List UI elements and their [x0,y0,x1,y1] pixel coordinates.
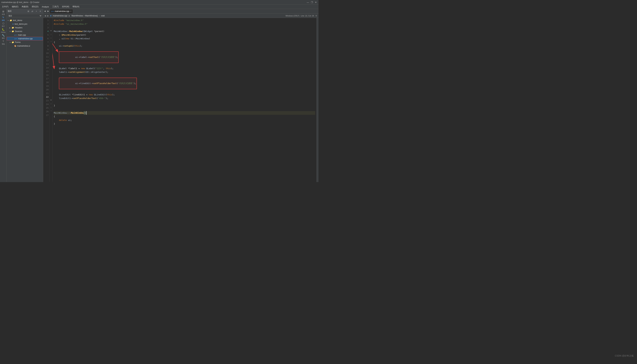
menu-edit[interactable]: 编辑(E) [10,5,20,8]
menu-controls[interactable]: 控件(W) [61,5,70,8]
minimize-button[interactable]: — [306,1,309,4]
fold-space [50,62,52,65]
function-selector[interactable]: MainWindow::~MainWindow() → void [72,14,105,17]
highlighted-code-line10: ui->label->setText("代码方式调用"); [59,52,118,63]
cpp-icon: c++ [14,34,17,36]
sidebar-icons: ⊞ 欢迎 ✎ 编辑 ⬡ 设计 🐛 Debug 🔧 项目 ? 帮助 [0,9,7,182]
fold-space [50,58,52,62]
menu-file[interactable]: 文件(F) [1,5,10,8]
code-line-17: QLineEdit *lineEdit1 = new QLineEdit(thi… [54,93,315,96]
sidebar-help-label: 帮助 [2,43,5,45]
tree-item-main-cpp[interactable]: c++ main.cpp [7,33,43,37]
tab-nav-right[interactable]: ▶ [46,9,50,14]
tree-item-forms[interactable]: ▼ 📁 Forms [7,40,43,44]
line-num: 8 [43,44,48,48]
code-line-4: MainWindow::MainWindow(QWidget *parent) [54,30,315,33]
line-num: 16 [43,73,48,77]
line-num: 7 [43,40,48,44]
menu-analyze[interactable]: Analyze [40,5,50,8]
menu-tools[interactable]: 工具(T) [51,5,60,8]
code-line-12: QLabel *label1 = new QLabel("123!", this… [54,67,315,70]
close-button[interactable]: ✕ [314,1,317,4]
tab-nav-left[interactable]: ◀ [43,9,46,14]
fold-space [50,87,52,91]
editor-header: ◀ ▶ ◈ mainwindow.cpp ▶ MainWindow::~Main… [43,14,318,18]
fold-space [50,51,52,54]
sidebar-item-debug[interactable]: 🐛 Debug [0,28,6,34]
line-num: 4 [43,30,48,33]
code-line-8: ui->setupUi(this); [54,44,315,48]
code-line-5: : QMainWindow(parent) [54,33,315,37]
tree-item-headers[interactable]: ▶ 📁 Headers [7,26,43,30]
breadcrumb-arrow: ▶ [69,14,70,17]
sidebar-project-label: 项目 [2,37,5,39]
menu-build[interactable]: 构建(B) [20,5,30,8]
code-line-16 [54,89,315,93]
tree-item-pro[interactable]: ⚙ test_demo.pro [7,22,43,26]
fold-space [50,18,52,22]
project-sync-btn[interactable]: ⇄ [31,10,34,13]
nav-back-icon[interactable]: ◀ [44,14,46,17]
tree-item-label: mainwindow.ui [17,45,30,47]
arrow-icon: ▼ [9,30,11,32]
folder-icon: 📁 [12,41,14,44]
folder-icon: 📁 [12,26,14,29]
line-num: 17 [43,77,48,80]
vertical-scrollbar[interactable] [316,18,318,182]
code-line-22: MainWindow::~MainWindow() [54,111,315,115]
project-section-selector[interactable]: 项目 [8,14,42,17]
maximize-button[interactable]: ❐ [310,1,313,4]
code-editor: 1 2 3 4 5 6 7 8 9 10 11 12 13 14 15 16 1… [43,18,318,182]
project-filter-btn[interactable]: ⊞ [27,10,30,13]
code-content[interactable]: #include "mainwindow.h" #include "ui_mai… [52,18,316,182]
line-col-info: Line: 22, Col: 26 [301,15,314,17]
fold-indicator[interactable]: ▼ [50,29,52,32]
line-num: 1 [43,18,48,22]
sidebar-item-help[interactable]: ? 帮助 [0,40,6,46]
code-line-10: ui->label->setText("代码方式调用"); [54,52,315,63]
project-close-btn[interactable]: ✕ [39,10,42,13]
cpp-tab-icon: ◈ [50,14,52,17]
arrow-icon: ▼ [7,20,9,22]
tab-mainwindow-cpp[interactable]: c++ mainwindow.cpp ✕ [50,9,73,14]
title-text: mainwindow.cpp @ test_demo - Qt Creator [1,1,40,4]
line-num: 11 [43,55,48,59]
tree-item-sources[interactable]: ▼ 📁 Sources [7,30,43,33]
line-numbers: 1 2 3 4 5 6 7 8 9 10 11 12 13 14 15 16 1… [43,18,50,182]
tab-file-icon: c++ [51,10,54,12]
tree-item-label: test_demo.pro [14,23,27,25]
menu-help[interactable]: 帮助(H) [71,5,80,8]
menu-debug[interactable]: 调试(D) [30,5,40,8]
nav-forward-icon[interactable]: ▶ [47,14,49,17]
code-line-15: ui->lineEdit->setPlaceholderText("代码方式调用… [54,78,315,89]
ui-icon: 🎨 [14,45,16,47]
code-line-19 [54,100,315,104]
line-num: 20 [43,88,48,92]
arrow-icon: ▶ [9,27,11,29]
tab-close-btn[interactable]: ✕ [70,10,72,12]
code-line-1: #include "mainwindow.h" [54,18,315,22]
tree-item-mainwindow-cpp[interactable]: c++ mainwindow.cpp [7,37,43,40]
debug-icon: 🐛 [2,28,5,31]
sidebar-item-design[interactable]: ⬡ 设计 [0,22,6,28]
fold-space [50,73,52,76]
tree-item-label: Headers [15,26,22,29]
line-num: 21 [43,92,48,95]
folder-icon: 📁 [10,19,12,22]
fold-space [50,54,52,58]
design-icon: ⬡ [2,22,5,25]
settings-icon[interactable]: ⚙ [315,14,317,17]
tree-item-mainwindow-ui[interactable]: 🎨 mainwindow.ui [7,44,43,48]
project-add-btn[interactable]: + [35,10,38,13]
sidebar-item-project[interactable]: 🔧 项目 [0,34,6,40]
fold-space [50,94,52,98]
code-line-2: #include "ui_mainwindow.h" [54,22,315,26]
line-num: 5 [43,33,48,37]
edit-icon: ✎ [2,16,5,19]
fold-indicator-2[interactable]: ▼ [50,98,52,102]
sidebar-item-welcome[interactable]: ⊞ 欢迎 [0,10,6,16]
fold-line: │ [50,32,52,36]
tree-item-root[interactable]: ▼ 📁 test_demo [7,18,43,22]
sidebar-item-edit[interactable]: ✎ 编辑 [0,16,6,22]
code-line-24: delete ui; [54,118,315,122]
